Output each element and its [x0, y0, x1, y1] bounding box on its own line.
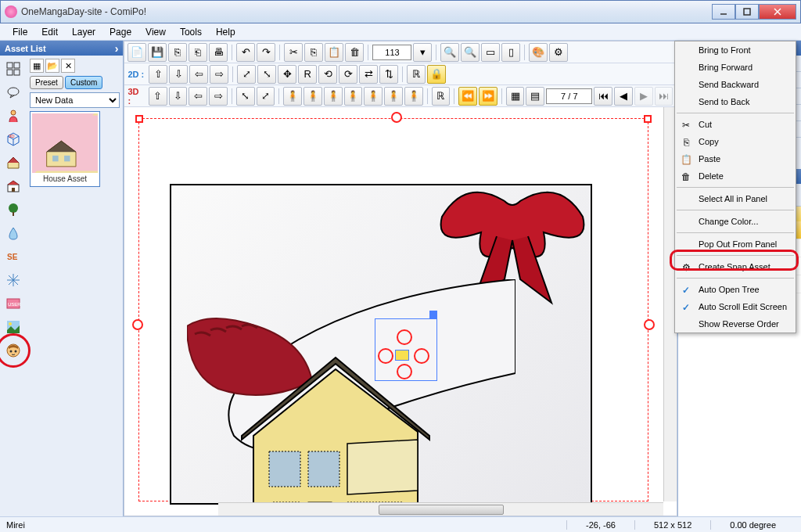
ctx-reverse-order[interactable]: Show Reverse Order: [675, 315, 796, 332]
arrow-left-icon[interactable]: ⇦: [189, 65, 208, 84]
rotate-ccw-icon[interactable]: ⟲: [318, 65, 337, 84]
3d-zoom-in-icon[interactable]: ⤡: [236, 87, 255, 106]
zoom-in-icon[interactable]: 🔍: [461, 43, 480, 62]
pose4-icon[interactable]: 🧍: [344, 87, 363, 106]
panel-collapse-icon[interactable]: ›: [115, 42, 119, 55]
category-face-icon[interactable]: [3, 340, 23, 361]
move-icon[interactable]: ✥: [278, 65, 296, 84]
arrow-down-icon[interactable]: ⇩: [169, 65, 188, 84]
redo-icon[interactable]: ↷: [257, 43, 275, 62]
asset-delete-icon[interactable]: ✕: [61, 59, 75, 73]
close-button[interactable]: [759, 4, 796, 20]
trash-icon[interactable]: 🗑: [345, 43, 364, 62]
layer-r-icon[interactable]: ℝ: [407, 65, 426, 84]
anim-next-icon[interactable]: ⏩: [479, 87, 497, 106]
category-effect-icon[interactable]: [3, 270, 23, 290]
asset-folder-icon[interactable]: 📂: [45, 59, 59, 73]
asset-thumbnail[interactable]: House Asset: [30, 111, 100, 187]
ctx-copy[interactable]: ⎘Copy: [675, 133, 796, 150]
zoom-input[interactable]: [372, 45, 411, 60]
3d-right-icon[interactable]: ⇨: [209, 87, 228, 106]
maximize-button[interactable]: [735, 4, 759, 20]
rotate-cw-icon[interactable]: ⟳: [339, 65, 357, 84]
scale-down-icon[interactable]: ⤡: [257, 65, 276, 84]
pose6-icon[interactable]: 🧍: [384, 87, 403, 106]
print-icon[interactable]: 🖶: [209, 43, 228, 62]
reset-icon[interactable]: R: [298, 65, 317, 84]
page-prev-icon[interactable]: ◀: [614, 87, 633, 106]
ctx-send-to-back[interactable]: Send to Back: [675, 93, 796, 110]
category-character-icon[interactable]: [3, 106, 23, 126]
settings-icon[interactable]: ⚙: [549, 43, 568, 62]
category-panel-icon[interactable]: [3, 59, 23, 79]
layer-lock-icon[interactable]: 🔒: [427, 65, 446, 84]
flip-h-icon[interactable]: ⇄: [359, 65, 378, 84]
ctx-pop-out[interactable]: Pop Out From Panel: [675, 235, 796, 253]
undo-icon[interactable]: ↶: [236, 43, 255, 62]
category-3d-icon[interactable]: 3D: [3, 129, 23, 149]
minimize-button[interactable]: [712, 4, 735, 20]
category-balloon-icon[interactable]: [3, 82, 23, 102]
ctx-auto-open-tree[interactable]: ✓Auto Open Tree: [675, 281, 796, 298]
zoom-dropdown-icon[interactable]: ▾: [413, 43, 432, 62]
category-user-icon[interactable]: USER: [3, 293, 23, 314]
menu-view[interactable]: View: [139, 25, 172, 39]
fit-icon[interactable]: ▭: [481, 43, 500, 62]
ctx-cut[interactable]: ✂Cut: [675, 116, 796, 133]
sel-handle-tr[interactable]: [644, 115, 652, 123]
paste-icon[interactable]: 📋: [325, 43, 343, 62]
page-add-icon[interactable]: ▤: [526, 87, 544, 106]
3d-left-icon[interactable]: ⇦: [189, 87, 207, 106]
category-se-icon[interactable]: SE: [3, 246, 23, 267]
flip-v-icon[interactable]: ⇅: [379, 65, 398, 84]
cut-icon[interactable]: ✂: [284, 43, 303, 62]
asset-data-dropdown[interactable]: New Data: [30, 92, 120, 108]
pose7-icon[interactable]: 🧍: [404, 87, 423, 106]
ctx-paste[interactable]: 📋Paste: [675, 150, 796, 167]
page-next-icon[interactable]: ▶: [634, 87, 653, 106]
menu-tools[interactable]: Tools: [174, 25, 208, 39]
ctx-send-backward[interactable]: Send Backward: [675, 76, 796, 93]
3d-zoom-out-icon[interactable]: ⤢: [257, 87, 275, 106]
page-first-icon[interactable]: ⏮: [594, 87, 612, 106]
new-icon[interactable]: 📄: [128, 43, 146, 62]
page-grid-icon[interactable]: ▦: [506, 87, 525, 106]
menu-help[interactable]: Help: [210, 25, 242, 39]
category-building-icon[interactable]: [3, 176, 23, 196]
category-bg-icon[interactable]: [3, 317, 23, 337]
pose-r-icon[interactable]: ℝ: [432, 87, 451, 106]
canvas-viewport[interactable]: [124, 107, 676, 516]
ctx-bring-forward[interactable]: Bring Forward: [675, 59, 796, 76]
arrow-up-icon[interactable]: ⇧: [149, 65, 167, 84]
export-icon[interactable]: ⎘: [168, 43, 187, 62]
3d-up-icon[interactable]: ⇧: [149, 87, 167, 106]
pose1-icon[interactable]: 🧍: [283, 87, 302, 106]
menu-edit[interactable]: Edit: [35, 25, 64, 39]
anim-prev-icon[interactable]: ⏪: [458, 87, 477, 106]
preset-button[interactable]: Preset: [30, 76, 63, 89]
pose2-icon[interactable]: 🧍: [304, 87, 322, 106]
inner-selection-center[interactable]: [395, 350, 409, 361]
arrow-right-icon[interactable]: ⇨: [210, 65, 228, 84]
save-icon[interactable]: 💾: [148, 43, 167, 62]
menu-file[interactable]: File: [6, 25, 34, 39]
color-icon[interactable]: 🎨: [529, 43, 548, 62]
ctx-change-color[interactable]: Change Color...: [675, 213, 796, 230]
ctx-bring-to-front[interactable]: Bring to Front: [675, 41, 796, 59]
fitpage-icon[interactable]: ▯: [501, 43, 520, 62]
pose3-icon[interactable]: 🧍: [324, 87, 343, 106]
ctx-select-all[interactable]: Select All in Panel: [675, 190, 796, 207]
category-tree-icon[interactable]: [3, 200, 23, 220]
page-last-icon[interactable]: ⏭: [655, 87, 673, 106]
menu-page[interactable]: Page: [103, 25, 138, 39]
inner-sel-handle[interactable]: [429, 311, 437, 318]
sel-rotate-top[interactable]: [391, 112, 402, 123]
category-house-icon[interactable]: [3, 153, 23, 173]
import-icon[interactable]: ⎗: [189, 43, 207, 62]
custom-button[interactable]: Custom: [65, 76, 102, 89]
ctx-auto-scroll[interactable]: ✓Auto Scroll Edit Screen: [675, 298, 796, 315]
zoom-out-icon[interactable]: 🔍: [440, 43, 459, 62]
sel-handle-tl[interactable]: [135, 115, 143, 123]
ctx-create-snap-asset[interactable]: ⚙Create Snap Asset...: [675, 258, 796, 275]
pose5-icon[interactable]: 🧍: [364, 87, 383, 106]
